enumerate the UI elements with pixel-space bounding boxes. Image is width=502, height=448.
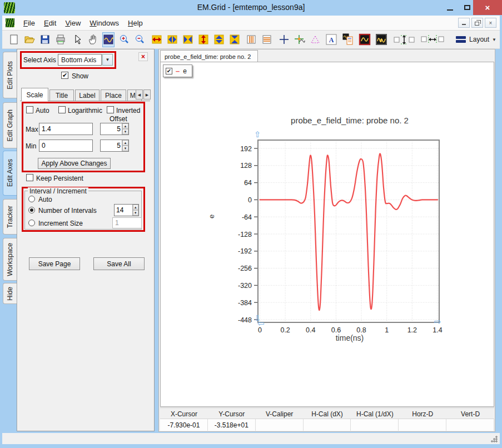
shrink-horizontal-button[interactable]	[166, 32, 178, 47]
increment-size-radio[interactable]	[28, 220, 35, 226]
spin-up-icon[interactable]: ▲	[133, 205, 138, 210]
interval-auto-radio[interactable]	[28, 196, 35, 202]
legend-box[interactable]: ✔ – e	[163, 64, 192, 77]
axis-arrow-left-icon[interactable]: ⇦	[257, 318, 265, 328]
min-offset-value[interactable]	[101, 140, 122, 151]
crosshair-icon	[279, 34, 290, 45]
menu-file[interactable]: File	[19, 17, 39, 29]
tracker-button[interactable]	[294, 32, 306, 47]
mdi-close-button[interactable]: ×	[485, 18, 496, 28]
number-of-intervals-radio[interactable]	[28, 207, 35, 213]
tab-scroll-right-button[interactable]: ▶	[143, 89, 151, 99]
crosshair-button[interactable]	[278, 32, 290, 47]
sidebar-tab-label: Edit Graph	[6, 109, 14, 141]
pan-hand-button[interactable]	[87, 32, 99, 47]
max-offset-value[interactable]	[101, 123, 122, 135]
sidebar-tab-workspace[interactable]: Workspace	[3, 238, 17, 281]
axis-select-dropdown[interactable]: Bottom Axis ▼	[58, 54, 113, 66]
number-of-intervals-spinner[interactable]: ▲▼	[114, 204, 139, 216]
logarithmic-checkbox[interactable]	[58, 106, 66, 113]
resize-grip[interactable]	[491, 436, 498, 442]
open-file-button[interactable]	[23, 32, 36, 47]
panel-close-button[interactable]: ×	[138, 52, 148, 61]
max-input[interactable]	[39, 123, 93, 135]
maximize-button[interactable]	[459, 0, 475, 15]
print-button[interactable]	[54, 32, 67, 47]
window-title: EM.Grid - [emtempo_lesson9a]	[0, 3, 502, 12]
number-of-intervals-value[interactable]	[115, 205, 132, 216]
graph-tab[interactable]: probe_e_field_time: probe no. 2	[160, 50, 258, 62]
save-button[interactable]	[39, 32, 51, 47]
tab-title[interactable]: Title	[49, 89, 74, 101]
sidebar-tab-edit-graph[interactable]: Edit Graph	[3, 102, 17, 148]
legend-button[interactable]	[341, 32, 355, 47]
new-file-button[interactable]	[8, 32, 20, 47]
save-all-button[interactable]: Save All	[93, 257, 145, 270]
fit-horizontal-button[interactable]	[182, 32, 194, 47]
expand-vertical-button[interactable]	[197, 32, 210, 47]
sidebar-tab-tracker[interactable]: Tracker	[3, 199, 17, 235]
zoom-out-button[interactable]	[133, 32, 146, 47]
legend-checkbox[interactable]: ✔	[166, 68, 172, 74]
sidebar-tab-hide[interactable]: Hide	[3, 283, 17, 304]
text-annotation-button[interactable]: A	[325, 32, 338, 47]
tab-place[interactable]: Place	[101, 89, 126, 101]
keep-persistent-checkbox[interactable]	[26, 174, 33, 181]
axis-arrow-up-icon[interactable]: ⇧	[254, 130, 261, 140]
single-trace-button[interactable]	[358, 32, 371, 47]
caliper-button[interactable]	[309, 32, 321, 47]
svg-text:1: 1	[385, 326, 389, 334]
select-cursor-button[interactable]	[71, 32, 83, 47]
minimize-button[interactable]	[442, 0, 458, 15]
plot-canvas[interactable]: 192128640-64-128-192-256-320-384-44800.2…	[161, 62, 495, 407]
distribute-vertical-button[interactable]	[392, 32, 416, 47]
interval-auto-label: Auto	[38, 196, 52, 203]
legend-icon	[342, 33, 354, 46]
multi-trace-button[interactable]	[375, 32, 388, 47]
tab-scroll-left-button[interactable]: ◀	[136, 89, 143, 99]
sidebar-tab-edit-plots[interactable]: Edit Plots	[3, 52, 17, 98]
tab-scale[interactable]: Scale	[21, 88, 48, 101]
min-offset-spinner[interactable]: ▲▼	[100, 140, 129, 152]
shrink-horizontal-icon	[167, 34, 178, 45]
axis-arrow-right-icon[interactable]: ⇨	[434, 317, 441, 327]
plot-mode-button[interactable]	[102, 32, 115, 47]
spin-down-icon[interactable]: ▼	[122, 146, 128, 151]
expand-horizontal-button[interactable]	[151, 32, 163, 47]
mdi-minimize-button[interactable]	[458, 18, 470, 28]
svg-text:1.2: 1.2	[407, 326, 417, 334]
svg-text:1.4: 1.4	[433, 326, 442, 334]
inverted-checkbox[interactable]	[107, 106, 114, 113]
apply-above-changes-button[interactable]: Apply Above Changes	[38, 158, 111, 169]
row-panel-button[interactable]	[261, 32, 273, 47]
column-panel-button[interactable]	[245, 32, 257, 47]
auto-checkbox[interactable]	[26, 106, 33, 113]
min-input[interactable]	[39, 140, 93, 152]
menu-windows[interactable]: Windows	[85, 17, 123, 29]
spin-up-icon[interactable]: ▲	[122, 123, 128, 129]
sidebar-tab-edit-axes[interactable]: Edit Axes	[3, 151, 17, 196]
tab-label[interactable]: Label	[75, 89, 100, 101]
mdi-restore-button[interactable]	[471, 18, 483, 28]
status-value-hcal-1dx	[351, 419, 399, 431]
logarithmic-label: Logarithmic	[68, 107, 102, 115]
fit-vertical-button[interactable]	[228, 32, 241, 47]
increment-size-input[interactable]	[112, 217, 142, 228]
shrink-vertical-button[interactable]	[213, 32, 225, 47]
status-value-x-cursor: -7.930e-01	[160, 419, 208, 431]
distribute-horizontal-button[interactable]	[420, 32, 445, 47]
zoom-in-button[interactable]	[118, 32, 130, 47]
max-offset-spinner[interactable]: ▲▼	[100, 123, 129, 135]
menu-view[interactable]: View	[61, 17, 85, 29]
close-button[interactable]: ×	[473, 0, 502, 15]
layout-button[interactable]: Layout ▼	[452, 34, 500, 45]
save-page-button[interactable]: Save Page	[29, 257, 80, 270]
dropdown-arrow-icon[interactable]: ▼	[102, 54, 113, 66]
menu-edit[interactable]: Edit	[39, 17, 61, 29]
menu-help[interactable]: Help	[123, 17, 147, 29]
spin-down-icon[interactable]: ▼	[133, 210, 138, 216]
spin-down-icon[interactable]: ▼	[122, 129, 128, 135]
show-checkbox[interactable]: ✔	[61, 72, 68, 79]
spin-up-icon[interactable]: ▲	[122, 140, 128, 146]
svg-text:-192: -192	[238, 247, 252, 255]
